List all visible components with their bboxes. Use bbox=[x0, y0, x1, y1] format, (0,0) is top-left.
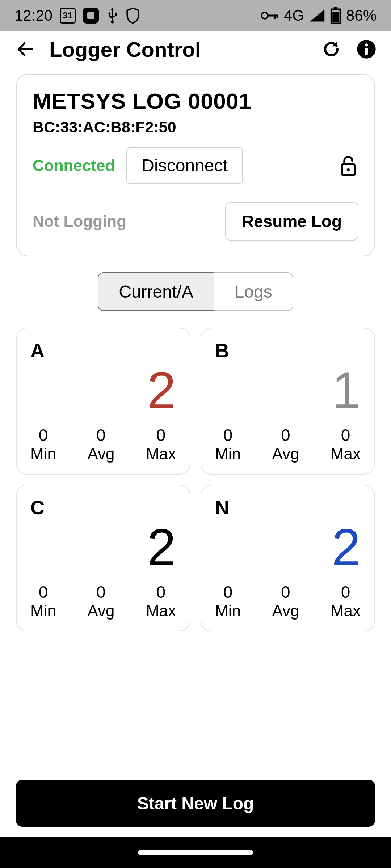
info-icon bbox=[356, 39, 377, 59]
channel-label: C bbox=[30, 496, 176, 519]
stat-value: 0 bbox=[272, 425, 299, 445]
stat-max: 0 Max bbox=[331, 425, 361, 463]
channel-card-c: C 2 0 Min 0 Avg 0 Max bbox=[16, 485, 190, 631]
logging-status: Not Logging bbox=[33, 212, 225, 230]
channel-value: 2 bbox=[30, 522, 176, 574]
stat-value: 0 bbox=[272, 582, 299, 602]
svg-rect-9 bbox=[365, 48, 368, 55]
channel-label: B bbox=[215, 339, 361, 362]
device-mac: BC:33:AC:B8:F2:50 bbox=[33, 118, 358, 136]
channel-stats: 0 Min 0 Avg 0 Max bbox=[30, 582, 176, 620]
app-square-icon bbox=[83, 8, 99, 24]
stat-value: 0 bbox=[87, 425, 114, 445]
resume-log-button[interactable]: Resume Log bbox=[225, 202, 358, 241]
stat-label: Avg bbox=[272, 445, 299, 463]
channel-stats: 0 Min 0 Avg 0 Max bbox=[30, 425, 176, 463]
stat-value: 0 bbox=[215, 582, 241, 602]
app-region: Logger Control METSYS LOG 00001 BC:33:AC… bbox=[0, 31, 391, 837]
stat-label: Min bbox=[30, 602, 56, 620]
network-label: 4G bbox=[284, 7, 304, 24]
tab-logs[interactable]: Logs bbox=[214, 272, 293, 311]
info-button[interactable] bbox=[356, 39, 377, 59]
disconnect-button[interactable]: Disconnect bbox=[126, 147, 243, 184]
battery-percent: 86% bbox=[346, 7, 377, 24]
logging-row: Not Logging Resume Log bbox=[33, 202, 358, 241]
stat-min: 0 Min bbox=[215, 425, 241, 463]
svg-point-0 bbox=[261, 12, 268, 19]
battery-icon bbox=[330, 7, 341, 24]
status-left: 12:20 31 bbox=[14, 7, 140, 24]
status-bar: 12:20 31 4G bbox=[0, 0, 391, 31]
stat-label: Max bbox=[146, 445, 176, 463]
stat-min: 0 Min bbox=[30, 425, 56, 463]
stat-label: Avg bbox=[87, 445, 114, 463]
channel-stats: 0 Min 0 Avg 0 Max bbox=[215, 582, 361, 620]
channel-card-b: B 1 0 Min 0 Avg 0 Max bbox=[201, 328, 375, 475]
stat-label: Min bbox=[215, 445, 241, 463]
stat-label: Max bbox=[331, 602, 361, 620]
stat-label: Max bbox=[331, 445, 361, 463]
stat-value: 0 bbox=[331, 425, 361, 445]
stat-value: 0 bbox=[215, 425, 241, 445]
refresh-button[interactable] bbox=[321, 39, 342, 60]
status-time: 12:20 bbox=[14, 7, 52, 24]
start-new-log-button[interactable]: Start New Log bbox=[16, 780, 375, 827]
stat-value: 0 bbox=[146, 425, 176, 445]
back-button[interactable] bbox=[14, 38, 36, 60]
stat-value: 0 bbox=[331, 582, 361, 602]
connection-status: Connected bbox=[33, 157, 115, 175]
svg-point-11 bbox=[347, 168, 350, 171]
stat-min: 0 Min bbox=[215, 582, 241, 620]
signal-icon bbox=[309, 9, 325, 22]
refresh-icon bbox=[321, 39, 342, 60]
stat-value: 0 bbox=[146, 582, 176, 602]
status-right: 4G 86% bbox=[261, 7, 377, 24]
stat-avg: 0 Avg bbox=[87, 582, 114, 620]
stat-min: 0 Min bbox=[30, 582, 56, 620]
stat-max: 0 Max bbox=[146, 425, 176, 463]
channel-grid: A 2 0 Min 0 Avg 0 Max B 1 bbox=[16, 328, 375, 631]
channel-card-a: A 2 0 Min 0 Avg 0 Max bbox=[16, 328, 190, 475]
stat-value: 0 bbox=[87, 582, 114, 602]
stat-label: Min bbox=[30, 445, 56, 463]
home-indicator[interactable] bbox=[138, 850, 253, 855]
tabs: Current/A Logs bbox=[0, 272, 391, 311]
app-header: Logger Control bbox=[0, 31, 391, 67]
device-card: METSYS LOG 00001 BC:33:AC:B8:F2:50 Conne… bbox=[16, 74, 375, 256]
shield-icon bbox=[126, 8, 140, 24]
stat-avg: 0 Avg bbox=[87, 425, 114, 463]
arrow-left-icon bbox=[15, 39, 35, 59]
nav-bar bbox=[0, 837, 391, 868]
stat-label: Max bbox=[146, 602, 176, 620]
channel-card-n: N 2 0 Min 0 Avg 0 Max bbox=[201, 485, 375, 631]
channel-value: 2 bbox=[30, 365, 176, 417]
svg-rect-3 bbox=[277, 15, 278, 18]
channel-value: 1 bbox=[215, 365, 361, 417]
svg-rect-2 bbox=[274, 15, 276, 20]
stat-label: Avg bbox=[87, 602, 114, 620]
stat-max: 0 Max bbox=[331, 582, 361, 620]
stat-avg: 0 Avg bbox=[272, 582, 299, 620]
stat-label: Min bbox=[215, 602, 241, 620]
calendar-icon: 31 bbox=[60, 8, 76, 24]
page-title: Logger Control bbox=[49, 37, 321, 61]
svg-rect-6 bbox=[332, 12, 339, 22]
key-icon bbox=[261, 10, 279, 21]
svg-point-8 bbox=[365, 43, 368, 46]
channel-stats: 0 Min 0 Avg 0 Max bbox=[215, 425, 361, 463]
stat-avg: 0 Avg bbox=[272, 425, 299, 463]
stat-value: 0 bbox=[30, 582, 56, 602]
stat-value: 0 bbox=[30, 425, 56, 445]
stat-max: 0 Max bbox=[146, 582, 176, 620]
device-name: METSYS LOG 00001 bbox=[33, 88, 358, 114]
connection-row: Connected Disconnect bbox=[33, 147, 358, 184]
usb-icon bbox=[106, 8, 118, 24]
tab-current[interactable]: Current/A bbox=[98, 272, 214, 311]
channel-label: N bbox=[215, 496, 361, 519]
lock-open-icon bbox=[338, 154, 358, 177]
header-actions bbox=[321, 39, 377, 60]
channel-value: 2 bbox=[215, 522, 361, 574]
channel-label: A bbox=[30, 339, 176, 362]
stat-label: Avg bbox=[272, 602, 299, 620]
